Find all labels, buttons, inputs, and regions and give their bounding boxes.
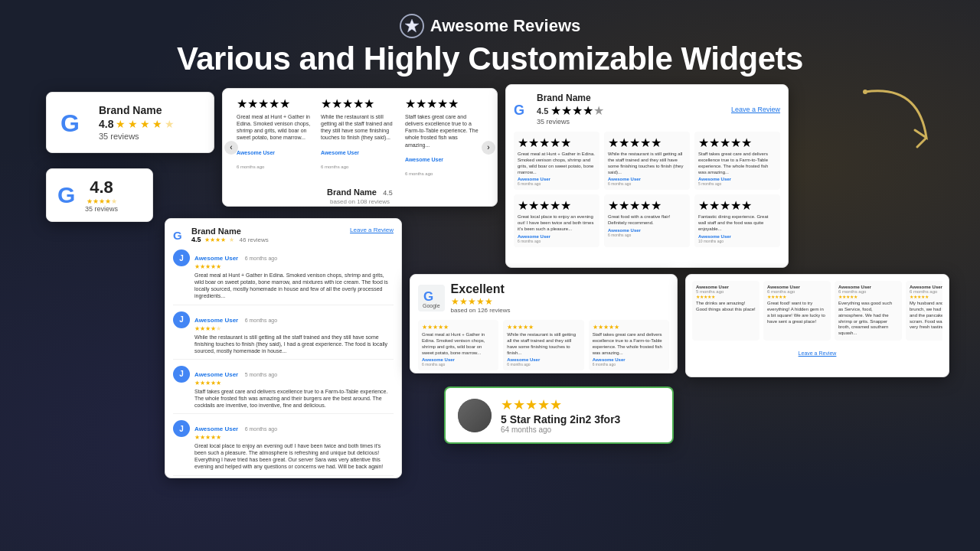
list-avatar-3: J [173, 420, 190, 437]
svg-marker-1 [405, 19, 419, 32]
list-brand-info: Brand Name 4.5 ★★★★★ 46 reviews [191, 227, 269, 243]
horizontal-card-2: ★★★★★ Staff takes great care and deliver… [589, 320, 669, 370]
grid-review-0: ★★★★★ Great meal at Hunt + Gather in Edi… [514, 132, 599, 190]
grid-stars: ★★★★★ [550, 103, 604, 118]
widgets-container: G Brand Name 4.8 ★ ★ ★ ★ ★ 35 reviews G … [0, 84, 980, 482]
list-avatar-2: J [173, 366, 190, 383]
grid-review-1: ★★★★★ While the restaurant is still gett… [604, 132, 690, 190]
svg-text:G: G [60, 109, 80, 137]
carousel-bottom: Brand Name 4.5 based on 108 reviews powe… [237, 184, 483, 207]
horizontal-card-1: ★★★★★ While the restaurant is still gett… [503, 320, 583, 370]
single-review-title: 5 Star Rating 2in2 3for3 [501, 413, 620, 425]
wide-scroll-cards: Awesome User 5 months ago ★★★★★ The drin… [692, 281, 942, 341]
carousel-next-button[interactable]: › [482, 141, 495, 155]
carousel-author-2: Awesome User [405, 157, 443, 162]
horizontal-google-icon: G [423, 288, 439, 303]
carousel-review-text-2: Staff takes great care and delivers exce… [405, 113, 483, 148]
single-review-time: 64 months ago [501, 425, 620, 434]
horizontal-excellent-label: Excellent [451, 282, 511, 296]
list-leave-review-btn[interactable]: Leave a Review [350, 227, 394, 233]
deco-arrow [850, 77, 942, 171]
grid-review-3: ★★★★★ Great local place to enjoy an even… [514, 194, 599, 246]
list-item-3: J Awesome User 6 months ago ★★★★★ Great … [173, 420, 394, 475]
list-reviews: J Awesome User 6 months ago ★★★★★ Great … [173, 249, 394, 478]
list-brand-row: G Brand Name 4.5 ★★★★★ 46 reviews [173, 227, 269, 243]
carousel-brand-name: Brand Name [327, 187, 377, 197]
list-avatar-1: J [173, 311, 190, 328]
star-1: ★ [116, 118, 126, 130]
badge-stars-row: 4.8 ★ ★ ★ ★ ★ [99, 118, 175, 130]
google-multicolor-g: G [57, 181, 79, 209]
list-review-content-2: Awesome User 5 months ago ★★★★★ Staff ta… [194, 366, 394, 409]
single-stars-row: ★★★★★ [501, 396, 620, 413]
horizontal-card-0: ★★★★★ Great meal at Hunt + Gather in Edi… [418, 320, 498, 370]
svg-text:G: G [514, 103, 524, 118]
horizontal-cards-row: ★★★★★ Great meal at Hunt + Gather in Edi… [418, 320, 669, 370]
mini-rating-number: 4.8 [90, 178, 113, 197]
mini-stars: ★ ★ ★ ★ ★ [87, 197, 117, 205]
single-review-avatar [458, 399, 492, 432]
mini-reviews-text: 35 reviews [85, 205, 118, 213]
svg-text:G: G [423, 289, 433, 303]
header: Awesome Reviews Various and Highly Custo… [0, 0, 980, 84]
list-review-content-1: Awesome User 6 months ago ★★★★★ While th… [194, 311, 394, 354]
carousel-prev-button[interactable]: ‹ [224, 141, 238, 155]
list-rating-num: 4.5 [191, 236, 201, 243]
app-name: Awesome Reviews [430, 16, 580, 36]
widget-brand-badge: G Brand Name 4.8 ★ ★ ★ ★ ★ 35 reviews [46, 92, 214, 153]
horizontal-stars: ★★★★★ [451, 296, 511, 307]
grid-leave-review-link[interactable]: Leave a Review [731, 106, 780, 113]
grid-reviews-grid: ★★★★★ Great meal at Hunt + Gather in Edi… [514, 132, 780, 247]
list-item-0: J Awesome User 6 months ago ★★★★★ Great … [173, 249, 394, 305]
list-stars-row: 4.5 ★★★★★ 46 reviews [191, 236, 269, 243]
list-avatar-0: J [173, 249, 190, 266]
list-item-1: J Awesome User 6 months ago ★★★★★ While … [173, 311, 394, 360]
carousel-review-text-1: While the restaurant is still getting al… [321, 113, 399, 141]
widget-horizontal-excellent: G Google Excellent ★★★★★ based on 126 re… [410, 274, 678, 373]
horizontal-reviews-count: based on 126 reviews [451, 307, 511, 314]
single-review-content: ★★★★★ 5 Star Rating 2in2 3for3 64 months… [501, 396, 620, 434]
carousel-reviews-based: based on 108 reviews [237, 198, 483, 205]
list-review-content-0: Awesome User 6 months ago ★★★★★ Great me… [194, 249, 394, 299]
carousel-author-0: Awesome User [237, 150, 275, 155]
badge-rating: 4.8 [99, 118, 113, 130]
widget-carousel: ★★★★★ Great meal at Hunt + Gather in Edi… [222, 88, 498, 207]
horizontal-logo-block: G Google [418, 285, 445, 311]
horizontal-rating-block: Excellent ★★★★★ based on 126 reviews [451, 282, 511, 314]
grid-brand-name: Brand Name [537, 93, 604, 103]
list-review-content-3: Awesome User 6 months ago ★★★★★ Great lo… [194, 420, 394, 470]
carousel-review-2: ★★★★★ Staff takes great care and deliver… [405, 96, 483, 178]
carousel-brand-rating: 4.5 [383, 189, 393, 197]
grid-brand-info: Brand Name 4.5 ★★★★★ 35 reviews [537, 93, 604, 126]
widget-list: G Brand Name 4.5 ★★★★★ 46 reviews Leave … [165, 218, 402, 478]
list-item-2: J Awesome User 5 months ago ★★★★★ Staff … [173, 366, 394, 414]
list-brand-name: Brand Name [191, 227, 269, 236]
carousel-time-2: 6 months ago [405, 171, 433, 176]
star-3: ★ [140, 118, 150, 130]
star-2: ★ [128, 118, 138, 130]
google-g-icon: G [59, 107, 90, 138]
grid-review-5: ★★★★★ Fantastic dining experience. Great… [694, 194, 780, 246]
grid-review-2: ★★★★★ Staff takes great care and deliver… [694, 132, 780, 190]
carousel-time-1: 6 months ago [321, 165, 348, 169]
grid-header-left: G Brand Name 4.5 ★★★★★ 35 reviews [514, 93, 604, 126]
badge-info: Brand Name 4.8 ★ ★ ★ ★ ★ 35 reviews [99, 104, 175, 141]
widget-mini-badge: G 4.8 ★ ★ ★ ★ ★ 35 reviews [46, 168, 153, 222]
svg-point-2 [863, 90, 867, 94]
wide-leave-review[interactable]: Leave a Review [692, 344, 942, 358]
widget-grid: G Brand Name 4.5 ★★★★★ 35 reviews Leave … [505, 84, 789, 268]
wide-card-2: Awesome User 6 months ago ★★★★★ Everythi… [835, 281, 902, 341]
badge-brand-name: Brand Name [99, 104, 175, 116]
mini-badge-info: 4.8 ★ ★ ★ ★ ★ 35 reviews [85, 178, 118, 213]
wide-card-1: Awesome User 6 months ago ★★★★★ Great fo… [763, 281, 831, 341]
list-header: G Brand Name 4.5 ★★★★★ 46 reviews Leave … [173, 227, 394, 243]
carousel-reviews-row: ★★★★★ Great meal at Hunt + Gather in Edi… [237, 96, 483, 178]
carousel-review-text-0: Great meal at Hunt + Gather in Edina. Sm… [237, 113, 315, 141]
carousel-author-1: Awesome User [321, 150, 359, 155]
grid-reviews-count: 35 reviews [537, 118, 604, 126]
carousel-review-0: ★★★★★ Great meal at Hunt + Gather in Edi… [237, 96, 315, 178]
badge-reviews-count: 35 reviews [99, 132, 175, 141]
list-google-icon: G [173, 228, 187, 242]
app-logo-row: Awesome Reviews [0, 14, 980, 38]
widget-wide-scroll: Awesome User 5 months ago ★★★★★ The drin… [685, 274, 949, 377]
